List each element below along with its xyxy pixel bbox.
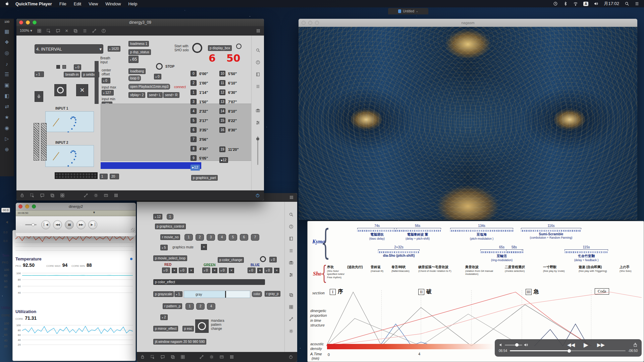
cue-number-box[interactable]: 15: [219, 118, 225, 123]
zoom-slider-knob[interactable]: [256, 137, 259, 140]
movie-number-message[interactable]: 6: [240, 234, 248, 241]
pattern-p-object[interactable]: r pattern_p: [163, 303, 182, 309]
cue-number-box[interactable]: 16: [219, 127, 225, 133]
movie-number-message[interactable]: 5: [229, 234, 237, 241]
loadbang-object[interactable]: loadbang: [128, 68, 146, 74]
number-box-right[interactable]: ▸0: [269, 257, 277, 262]
movie-number-message[interactable]: 2: [196, 234, 204, 241]
rewind-button[interactable]: ◀◀: [53, 220, 62, 229]
menu-item-edit[interactable]: Edit: [74, 1, 81, 6]
mute-toggle[interactable]: ✕: [201, 244, 207, 250]
graphics-part-object[interactable]: p graphics_part: [191, 175, 218, 181]
color-effect-object[interactable]: p color_effect: [153, 279, 265, 285]
snapshot-icon[interactable]: [256, 105, 260, 117]
palette-icon[interactable]: ☰: [5, 69, 9, 80]
cue-number-box[interactable]: 9: [191, 155, 197, 161]
movie-number-message[interactable]: 1: [184, 234, 193, 241]
input2-meter-panel[interactable]: [45, 145, 94, 167]
rgb-number-box[interactable]: ▸0: [179, 267, 187, 273]
grayscale-object[interactable]: p grayscale: [153, 291, 174, 297]
message-1[interactable]: 1: [167, 214, 173, 220]
share-icon[interactable]: [633, 343, 638, 347]
color-bang[interactable]: [260, 256, 266, 262]
cue-number-box[interactable]: 0: [191, 71, 197, 76]
notification-center-icon[interactable]: [635, 1, 639, 6]
console-icon[interactable]: [160, 355, 165, 359]
breath-number-box[interactable]: ▸0: [74, 64, 81, 70]
cue-number-box[interactable]: 14: [219, 108, 225, 114]
cue-number-box[interactable]: 10: [219, 71, 225, 76]
qt-volume-knob[interactable]: [32, 223, 35, 226]
rgb-toggle[interactable]: ✕: [189, 268, 194, 273]
tools-icon[interactable]: [209, 355, 214, 359]
qt-titlebar[interactable]: dinergy2: [16, 203, 136, 210]
probe-icon[interactable]: [92, 28, 97, 33]
pattern-number-message[interactable]: 1: [185, 303, 194, 310]
movie-select-loop-object[interactable]: p movie_select_loop: [153, 255, 187, 261]
gain-fader-2[interactable]: [41, 123, 47, 161]
video-window-titlebar[interactable]: nagasm: [299, 19, 637, 27]
menu-item-file[interactable]: File: [59, 1, 66, 6]
keyboard-icon[interactable]: [219, 355, 224, 359]
display-box-object[interactable]: p display_box: [208, 45, 232, 51]
cue-number-box[interactable]: 11: [219, 80, 225, 86]
mandara-bang[interactable]: [195, 319, 209, 333]
send-r-object[interactable]: send~ R: [163, 92, 179, 98]
volume-mute-icon[interactable]: [499, 343, 503, 347]
info-icon[interactable]: [289, 221, 293, 233]
loadmess-object[interactable]: loadmess 1: [128, 41, 149, 47]
app-menu[interactable]: QuickTime Player: [15, 1, 52, 6]
palette-icon[interactable]: ▷: [5, 133, 9, 144]
rgb-number-box[interactable]: ▸0: [162, 267, 170, 273]
tools-icon[interactable]: [289, 325, 293, 337]
keyboard-icon[interactable]: [104, 193, 108, 198]
stop-button[interactable]: [156, 63, 163, 70]
cue-number-box[interactable]: 7: [191, 136, 197, 142]
snapshot-icon[interactable]: [289, 257, 293, 269]
minimize-button[interactable]: [26, 20, 30, 24]
cue-number-box[interactable]: 6: [191, 127, 197, 133]
grid-icon[interactable]: [180, 355, 185, 359]
palette-icon[interactable]: ◧: [4, 90, 9, 101]
preset-number-1[interactable]: 1: [100, 174, 108, 179]
play-button[interactable]: ▶: [584, 341, 588, 349]
loop-message[interactable]: loop 0: [128, 75, 141, 81]
mic-button[interactable]: [35, 91, 43, 102]
rgb-number-box[interactable]: ▸0: [202, 267, 210, 273]
inspector-icon[interactable]: [46, 28, 51, 33]
mini-toggle[interactable]: [56, 65, 60, 69]
number-box-1620[interactable]: ▸1620: [108, 46, 120, 52]
console-icon[interactable]: [256, 80, 260, 93]
info-icon[interactable]: [256, 56, 260, 68]
apple-menu-icon[interactable]: [5, 1, 9, 6]
input1-meter-panel[interactable]: [45, 111, 94, 132]
zoom-slider[interactable]: [257, 136, 258, 165]
cue-number-box[interactable]: 2: [191, 80, 197, 86]
snap-icon[interactable]: [37, 28, 42, 33]
breath-fader[interactable]: [95, 61, 99, 104]
rgb-toggle[interactable]: ✕: [257, 268, 263, 273]
dsp-status-object[interactable]: p dsp_status: [128, 49, 151, 55]
cue-number-box[interactable]: 19: [219, 146, 225, 152]
patchcord-icon[interactable]: [289, 313, 293, 325]
mixer-icon[interactable]: [289, 269, 293, 281]
volume-icon[interactable]: [594, 1, 598, 6]
esc-object[interactable]: p esc: [182, 326, 194, 331]
presentation-icon[interactable]: [83, 28, 87, 33]
rgb-toggle[interactable]: ✕: [172, 268, 177, 273]
cue-number-box[interactable]: 3: [191, 99, 197, 105]
progress-bar[interactable]: [510, 350, 626, 351]
palette-icon[interactable]: ❖: [5, 37, 9, 48]
movie-number-message[interactable]: 4: [218, 234, 226, 241]
skip-end-button[interactable]: ▶▕: [88, 220, 97, 229]
grid-toggle-icon[interactable]: [256, 28, 261, 33]
grid-icon[interactable]: [60, 193, 65, 198]
reference-icon[interactable]: [256, 68, 260, 80]
matrix-icon[interactable]: [229, 355, 234, 359]
search-icon[interactable]: [289, 208, 293, 221]
playhead-marker[interactable]: ▼: [93, 211, 96, 214]
close-patch-icon[interactable]: ✕: [65, 28, 68, 33]
cancel-toggle[interactable]: ✕: [76, 84, 88, 96]
preset-number-2[interactable]: 20: [110, 174, 119, 179]
pause-button[interactable]: ▮▮: [65, 220, 74, 229]
